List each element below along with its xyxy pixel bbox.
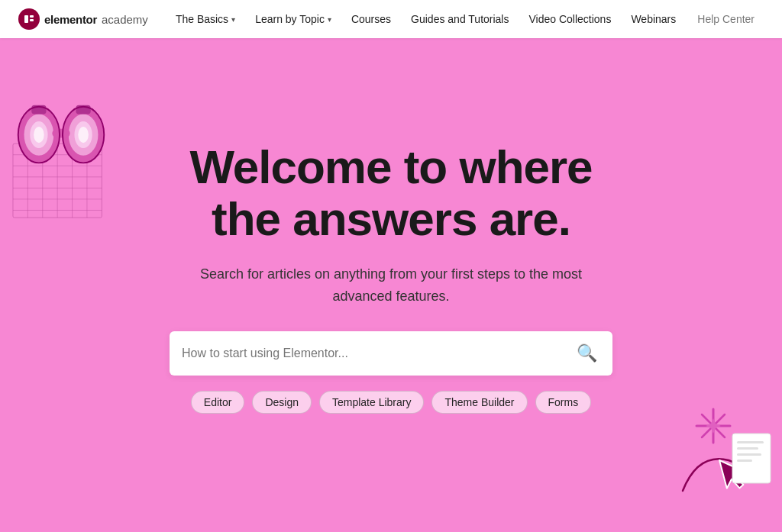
nav-item-courses[interactable]: Courses — [342, 8, 400, 30]
tag-template-library[interactable]: Template Library — [319, 391, 425, 414]
nav-items: The Basics ▾ Learn by Topic ▾ Courses Gu… — [166, 8, 764, 30]
hero-subtitle: Search for articles on anything from you… — [170, 263, 612, 308]
elementor-logo — [18, 8, 40, 30]
search-input[interactable] — [182, 347, 574, 360]
brand-logo-link[interactable]: elementor academy — [18, 8, 148, 30]
hero-content: Welcome to where the answers are. Search… — [170, 141, 612, 414]
cursor-illustration — [660, 392, 782, 517]
svg-rect-23 — [52, 129, 69, 138]
nav-item-the-basics[interactable]: The Basics ▾ — [166, 8, 244, 30]
tag-design[interactable]: Design — [252, 391, 312, 414]
hero-title: Welcome to where the answers are. — [170, 141, 612, 245]
hero-title-line1: Welcome to where — [189, 140, 592, 193]
brand-suffix-text: academy — [102, 13, 148, 26]
svg-rect-37 — [737, 447, 758, 450]
search-icon: 🔍 — [577, 343, 597, 363]
hero-section: Welcome to where the answers are. Search… — [0, 38, 782, 532]
chevron-down-icon: ▾ — [328, 15, 331, 24]
hero-title-line2: the answers are. — [212, 192, 570, 245]
search-tags: Editor Design Template Library Theme Bui… — [170, 391, 612, 414]
svg-point-18 — [34, 127, 44, 143]
nav-item-help-center[interactable]: Help Center — [688, 8, 764, 30]
svg-rect-35 — [732, 434, 771, 483]
nav-item-video-collections[interactable]: Video Collections — [519, 8, 620, 30]
chevron-down-icon: ▾ — [231, 15, 235, 24]
search-button[interactable]: 🔍 — [574, 340, 600, 366]
brand-name-text: elementor — [44, 13, 97, 26]
navbar: elementor academy The Basics ▾ Learn by … — [0, 0, 782, 38]
svg-point-22 — [78, 127, 89, 143]
tag-forms[interactable]: Forms — [535, 391, 592, 414]
nav-label-courses: Courses — [351, 13, 391, 25]
svg-rect-0 — [24, 15, 28, 23]
svg-rect-38 — [737, 453, 761, 456]
nav-label-learn-by-topic: Learn by Topic — [255, 13, 325, 25]
nav-label-help-center: Help Center — [697, 13, 755, 25]
binoculars-illustration — [8, 99, 115, 224]
svg-rect-39 — [737, 459, 752, 462]
nav-item-guides[interactable]: Guides and Tutorials — [402, 8, 518, 30]
tag-editor[interactable]: Editor — [191, 391, 245, 414]
svg-rect-1 — [30, 15, 34, 18]
nav-label-the-basics: The Basics — [176, 13, 228, 25]
nav-label-webinars: Webinars — [631, 13, 676, 25]
tag-theme-builder[interactable]: Theme Builder — [431, 391, 527, 414]
nav-label-video-collections: Video Collections — [528, 13, 611, 25]
nav-label-guides: Guides and Tutorials — [411, 13, 509, 25]
nav-item-webinars[interactable]: Webinars — [622, 8, 685, 30]
nav-item-learn-by-topic[interactable]: Learn by Topic ▾ — [246, 8, 341, 30]
search-box: 🔍 — [170, 331, 612, 376]
svg-rect-36 — [737, 441, 764, 443]
svg-rect-2 — [30, 19, 34, 21]
